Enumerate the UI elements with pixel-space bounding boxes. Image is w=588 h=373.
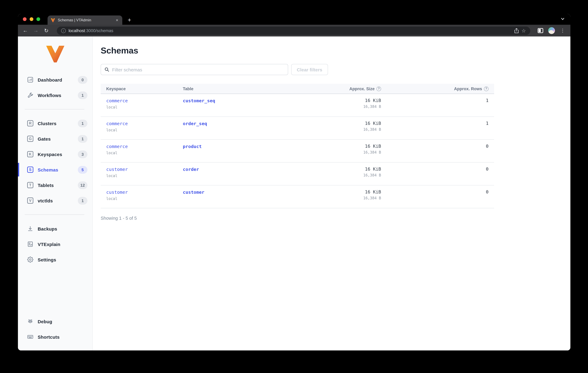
clear-filters-button[interactable]: Clear filters bbox=[291, 64, 328, 75]
keyspace-link[interactable]: commerce bbox=[106, 121, 128, 126]
help-icon[interactable]: ? bbox=[377, 86, 381, 91]
table-link[interactable]: order_seq bbox=[183, 121, 207, 126]
bookmark-star-icon[interactable]: ☆ bbox=[521, 28, 526, 33]
maximize-window-button[interactable] bbox=[36, 17, 40, 21]
reload-button[interactable]: ↻ bbox=[43, 27, 50, 34]
approx-size: 16 KiB bbox=[300, 144, 381, 149]
approx-size: 16 KiB bbox=[300, 121, 381, 126]
browser-menu-icon[interactable]: ⋮ bbox=[559, 27, 567, 35]
url-text: localhost:3000/schemas bbox=[69, 28, 113, 33]
minimize-window-button[interactable] bbox=[30, 17, 33, 21]
bug-icon bbox=[27, 318, 33, 325]
table-row: commercelocal product 16 KiB16,384 B 0 bbox=[101, 140, 494, 163]
tab-schemas[interactable]: Schemas | VTAdmin × bbox=[48, 15, 122, 25]
tab-strip: Schemas | VTAdmin × + bbox=[18, 14, 570, 25]
keyspace-link[interactable]: customer bbox=[106, 190, 128, 195]
chevron-down-icon[interactable] bbox=[560, 17, 565, 22]
table-row: customerlocal corder 16 KiB16,384 B 0 bbox=[101, 163, 494, 186]
count-badge: 1 bbox=[78, 197, 87, 204]
vtadmin-app: Dashboard 0 Workflows 1 R Clusters 1 bbox=[18, 36, 570, 351]
site-info-icon[interactable]: i bbox=[61, 28, 66, 33]
sidebar-item-label: VTExplain bbox=[38, 241, 60, 247]
table-link[interactable]: customer bbox=[183, 190, 204, 195]
profile-avatar[interactable] bbox=[547, 27, 556, 35]
sidebar-spacer bbox=[18, 269, 92, 315]
table-row: commercelocal order_seq 16 KiB16,384 B 1 bbox=[101, 117, 494, 140]
filter-row: Clear filters bbox=[101, 64, 570, 75]
sidebar-item-label: Schemas bbox=[38, 167, 58, 172]
tab-title: Schemas | VTAdmin bbox=[58, 18, 112, 22]
share-icon[interactable] bbox=[514, 28, 519, 33]
sidebar-item-dashboard[interactable]: Dashboard 0 bbox=[18, 74, 92, 86]
size-bytes: 16,384 B bbox=[300, 196, 381, 200]
header-approx-rows: Approx. Rows bbox=[454, 86, 482, 91]
dashboard-icon bbox=[27, 77, 33, 83]
download-icon bbox=[27, 226, 33, 232]
sidebar-item-vtexplain[interactable]: VTExplain bbox=[18, 238, 92, 250]
table-link[interactable]: customer_seq bbox=[183, 98, 215, 103]
keyspaces-letter-icon: K bbox=[27, 151, 33, 157]
main-content: Schemas Clear filters Keyspace Table bbox=[93, 36, 570, 351]
forward-button[interactable]: → bbox=[32, 27, 40, 34]
avatar bbox=[548, 27, 555, 34]
filter-schemas-input[interactable] bbox=[101, 64, 288, 75]
approx-rows: 0 bbox=[381, 189, 494, 208]
keyspace-link[interactable]: customer bbox=[106, 167, 128, 172]
vitess-logo[interactable] bbox=[45, 46, 65, 62]
sidebar-divider bbox=[25, 109, 84, 110]
schemas-letter-icon: S bbox=[27, 166, 33, 173]
url-path: :3000/schemas bbox=[85, 28, 113, 33]
side-panel-icon[interactable] bbox=[536, 27, 545, 35]
size-bytes: 16,384 B bbox=[300, 104, 381, 109]
sidebar-divider bbox=[25, 214, 84, 215]
cluster-label: local bbox=[106, 128, 183, 132]
clusters-letter-icon: R bbox=[27, 120, 33, 126]
sidebar-item-tablets[interactable]: T Tablets 12 bbox=[18, 179, 92, 191]
window-controls bbox=[23, 17, 40, 21]
approx-size: 16 KiB bbox=[300, 98, 381, 103]
browser-toolbar: ← → ↻ i localhost:3000/schemas ☆ ⋮ bbox=[18, 25, 570, 36]
sidebar-item-shortcuts[interactable]: Shortcuts bbox=[18, 331, 92, 343]
wrench-icon bbox=[27, 92, 33, 98]
sidebar-item-gates[interactable]: G Gates 1 bbox=[18, 132, 92, 145]
approx-size: 16 KiB bbox=[300, 189, 381, 194]
header-keyspace: Keyspace bbox=[101, 86, 183, 91]
document-check-icon bbox=[27, 241, 33, 247]
count-badge: 1 bbox=[78, 135, 87, 143]
header-approx-size: Approx. Size bbox=[349, 86, 375, 91]
address-bar[interactable]: i localhost:3000/schemas ☆ bbox=[57, 26, 530, 35]
sidebar-item-debug[interactable]: Debug bbox=[18, 315, 92, 328]
table-link[interactable]: corder bbox=[183, 167, 199, 172]
sidebar-item-clusters[interactable]: R Clusters 1 bbox=[18, 117, 92, 130]
sidebar-item-label: Keyspaces bbox=[38, 152, 62, 157]
sidebar: Dashboard 0 Workflows 1 R Clusters 1 bbox=[18, 36, 93, 351]
sidebar-item-workflows[interactable]: Workflows 1 bbox=[18, 89, 92, 101]
back-button[interactable]: ← bbox=[22, 27, 29, 34]
sidebar-item-settings[interactable]: Settings bbox=[18, 253, 92, 266]
count-badge: 5 bbox=[78, 166, 87, 174]
search-icon bbox=[104, 67, 109, 73]
keyspace-link[interactable]: commerce bbox=[106, 144, 128, 149]
keyspace-link[interactable]: commerce bbox=[106, 98, 128, 103]
close-window-button[interactable] bbox=[23, 17, 27, 21]
sidebar-item-label: Dashboard bbox=[38, 77, 62, 82]
help-icon[interactable]: ? bbox=[484, 86, 489, 91]
sidebar-item-label: Tablets bbox=[38, 183, 54, 188]
sidebar-item-vtctlds[interactable]: V vtctlds 1 bbox=[18, 194, 92, 207]
count-badge: 1 bbox=[78, 120, 87, 127]
sidebar-item-schemas[interactable]: S Schemas 5 bbox=[18, 164, 92, 176]
sidebar-item-label: Backups bbox=[38, 226, 57, 231]
new-tab-button[interactable]: + bbox=[125, 16, 133, 24]
approx-rows: 1 bbox=[381, 98, 494, 117]
cluster-label: local bbox=[106, 151, 183, 155]
sidebar-item-label: Workflows bbox=[38, 93, 61, 98]
table-link[interactable]: product bbox=[183, 144, 202, 149]
approx-rows: 0 bbox=[381, 144, 494, 162]
sidebar-item-keyspaces[interactable]: K Keyspaces 3 bbox=[18, 148, 92, 160]
cluster-label: local bbox=[106, 197, 183, 201]
sidebar-item-backups[interactable]: Backups bbox=[18, 222, 92, 235]
table-row: customerlocal customer 16 KiB16,384 B 0 bbox=[101, 186, 494, 208]
tab-close-icon[interactable]: × bbox=[115, 18, 119, 22]
cluster-label: local bbox=[106, 174, 183, 178]
size-bytes: 16,384 B bbox=[300, 150, 381, 154]
